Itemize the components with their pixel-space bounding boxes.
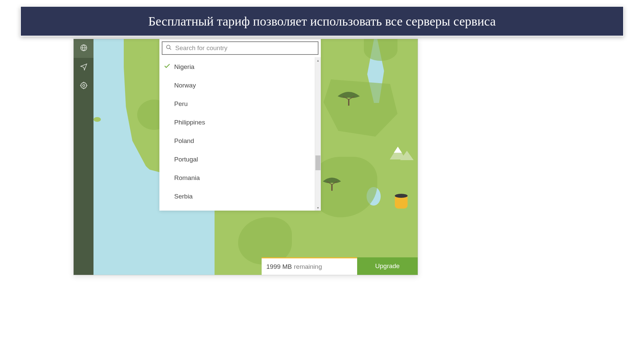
promo-banner-text: Бесплатный тариф позволяет использовать … xyxy=(148,14,496,29)
country-item-peru[interactable]: Peru xyxy=(159,95,321,113)
check-icon xyxy=(163,62,171,71)
svg-rect-2 xyxy=(348,99,349,106)
scrollbar[interactable]: ▴ ▾ xyxy=(315,57,321,211)
country-label: Norway xyxy=(174,82,196,89)
scroll-up-arrow[interactable]: ▴ xyxy=(315,57,321,63)
svg-point-1 xyxy=(83,84,85,86)
country-label: Philippines xyxy=(174,119,205,126)
country-label: Nigeria xyxy=(174,63,194,71)
broadcast-icon xyxy=(80,63,88,72)
svg-line-9 xyxy=(169,48,171,50)
country-item-nigeria[interactable]: Nigeria xyxy=(159,58,321,76)
globe-icon xyxy=(80,44,88,53)
country-item-poland[interactable]: Poland xyxy=(159,132,321,150)
tree-icon xyxy=(322,175,342,193)
country-item-serbia[interactable]: Serbia xyxy=(159,187,321,206)
main-content: Nigeria Norway Peru Philippines Poland P… xyxy=(93,39,418,275)
sidebar-item-globe[interactable] xyxy=(74,39,93,58)
search-icon xyxy=(166,44,172,52)
country-item-romania[interactable]: Romania xyxy=(159,169,321,187)
promo-banner: Бесплатный тариф позволяет использовать … xyxy=(20,6,624,36)
app-window: Nigeria Norway Peru Philippines Poland P… xyxy=(73,39,418,275)
sidebar-item-broadcast[interactable] xyxy=(74,58,93,77)
country-label: Poland xyxy=(174,137,194,145)
country-item-philippines[interactable]: Philippines xyxy=(159,113,321,132)
gear-icon xyxy=(80,81,88,91)
search-box[interactable] xyxy=(162,41,318,55)
country-label: Portugal xyxy=(174,156,198,163)
scroll-thumb[interactable] xyxy=(315,155,320,170)
country-search-panel: Nigeria Norway Peru Philippines Poland P… xyxy=(159,39,321,211)
country-label: Peru xyxy=(174,100,188,108)
upgrade-button[interactable]: Upgrade xyxy=(357,257,418,275)
svg-rect-5 xyxy=(331,184,333,191)
drum-icon xyxy=(395,194,408,209)
search-input[interactable] xyxy=(175,44,314,52)
svg-point-8 xyxy=(166,45,170,49)
scroll-down-arrow[interactable]: ▾ xyxy=(315,205,321,211)
data-amount: 1999 MB xyxy=(266,263,292,270)
country-label: Serbia xyxy=(174,193,193,200)
status-bar: 1999 MB remaining Upgrade xyxy=(262,257,418,275)
data-label: remaining xyxy=(294,263,322,270)
sidebar xyxy=(74,39,93,275)
sidebar-collapse[interactable] xyxy=(74,256,93,275)
country-list: Nigeria Norway Peru Philippines Poland P… xyxy=(159,56,321,211)
sidebar-item-settings[interactable] xyxy=(74,77,93,96)
country-item-portugal[interactable]: Portugal xyxy=(159,150,321,169)
country-item-norway[interactable]: Norway xyxy=(159,76,321,95)
tree-icon xyxy=(337,89,361,108)
data-remaining: 1999 MB remaining xyxy=(262,257,357,275)
country-label: Romania xyxy=(174,174,200,182)
